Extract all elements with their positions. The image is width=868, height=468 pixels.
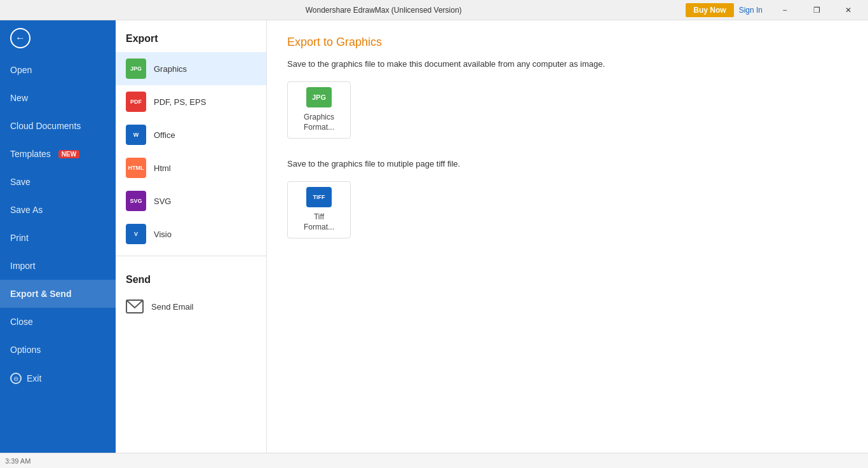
format-cards-row2: TIFF TiffFormat...	[287, 181, 848, 238]
visio-icon: V	[126, 224, 146, 244]
sidebar-item-save-as[interactable]: Save As	[0, 196, 116, 224]
sidebar-item-templates[interactable]: Templates NEW	[0, 140, 116, 168]
buy-now-button[interactable]: Buy Now	[686, 3, 733, 17]
jpg-card-icon: JPG	[306, 87, 332, 107]
tiff-card-icon: TIFF	[306, 187, 332, 207]
graphics-format-label: GraphicsFormat...	[304, 113, 334, 132]
sidebar-item-print[interactable]: Print	[0, 224, 116, 252]
back-button[interactable]: ←	[0, 20, 116, 56]
send-section-title: Send	[116, 261, 266, 293]
content-title: Export to Graphics	[287, 36, 848, 49]
minimize-button[interactable]: −	[770, 0, 799, 20]
panel-item-html[interactable]: HTML Html	[116, 151, 266, 184]
close-button[interactable]: ✕	[834, 0, 863, 20]
word-icon: W	[126, 125, 146, 145]
graphics-format-card[interactable]: JPG GraphicsFormat...	[287, 81, 351, 139]
new-badge: NEW	[58, 150, 79, 158]
sign-in-link[interactable]: Sign In	[739, 6, 763, 15]
sidebar-item-exit[interactable]: ⊖ Exit	[0, 364, 116, 393]
sidebar-item-close[interactable]: Close	[0, 308, 116, 336]
titlebar-controls: Buy Now Sign In − ❐ ✕	[686, 0, 863, 20]
panel-divider	[116, 256, 266, 256]
sidebar-item-new[interactable]: New	[0, 84, 116, 112]
pdf-icon: PDF	[126, 92, 146, 112]
svg-icon: SVG	[126, 191, 146, 211]
panel-item-office[interactable]: W Office	[116, 118, 266, 151]
panel-item-visio[interactable]: V Visio	[116, 217, 266, 251]
titlebar: Wondershare EdrawMax (Unlicensed Version…	[0, 0, 868, 20]
graphics-description: Save to the graphics file to make this d…	[287, 59, 848, 69]
restore-button[interactable]: ❐	[802, 0, 831, 20]
titlebar-actions: Buy Now Sign In	[686, 3, 763, 17]
exit-icon: ⊖	[10, 373, 22, 384]
app-title: Wondershare EdrawMax (Unlicensed Version…	[81, 6, 686, 15]
sidebar: ← Open New Cloud Documents Templates NEW…	[0, 20, 116, 453]
format-cards-row1: JPG GraphicsFormat...	[287, 81, 848, 139]
export-section-title: Export	[116, 20, 266, 52]
main-content: Export to Graphics Save to the graphics …	[267, 20, 868, 453]
sidebar-item-cloud-documents[interactable]: Cloud Documents	[0, 112, 116, 140]
panel-item-send-email[interactable]: Send Email	[116, 293, 266, 320]
panel-item-graphics[interactable]: JPG Graphics	[116, 52, 266, 85]
status-bar: 3:39 AM	[0, 453, 868, 468]
back-icon: ←	[10, 28, 31, 48]
tiff-description: Save to the graphics file to mutiple pag…	[287, 159, 848, 169]
tiff-format-label: TiffFormat...	[304, 212, 334, 232]
html-icon: HTML	[126, 158, 146, 178]
app-body: ← Open New Cloud Documents Templates NEW…	[0, 20, 868, 453]
sidebar-item-options[interactable]: Options	[0, 336, 116, 364]
middle-panel: Export JPG Graphics PDF PDF, PS, EPS W O…	[116, 20, 267, 453]
sidebar-item-save[interactable]: Save	[0, 168, 116, 196]
status-time: 3:39 AM	[5, 457, 31, 465]
sidebar-item-open[interactable]: Open	[0, 56, 116, 84]
sidebar-item-import[interactable]: Import	[0, 252, 116, 280]
email-icon	[126, 299, 144, 313]
tiff-format-card[interactable]: TIFF TiffFormat...	[287, 181, 351, 238]
panel-item-pdf[interactable]: PDF PDF, PS, EPS	[116, 85, 266, 118]
panel-item-svg[interactable]: SVG SVG	[116, 184, 266, 217]
graphics-icon: JPG	[126, 59, 146, 79]
sidebar-item-export-send[interactable]: Export & Send	[0, 280, 116, 308]
